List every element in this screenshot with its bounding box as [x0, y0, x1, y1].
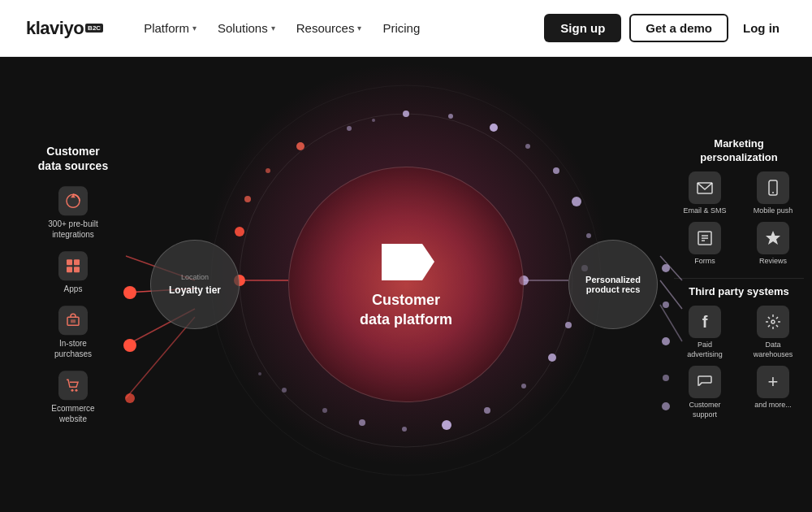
apps-label: Apps: [64, 284, 83, 295]
svg-point-15: [553, 167, 559, 174]
svg-point-64: [771, 320, 775, 323]
nav-pricing[interactable]: Pricing: [374, 16, 428, 40]
nav-links: Platform ▾ Solutions ▾ Resources ▾ Prici…: [136, 16, 544, 40]
ecommerce-label: Ecommercewebsite: [51, 404, 94, 425]
data-warehouses-icon: [757, 306, 789, 338]
svg-point-14: [525, 144, 530, 149]
chevron-down-icon: ▾: [357, 24, 361, 33]
and-more-icon: +: [757, 367, 789, 399]
customer-support-label: Customersupport: [689, 401, 720, 420]
svg-point-25: [359, 419, 365, 426]
instore-icon: [58, 306, 88, 336]
svg-point-58: [772, 192, 774, 193]
klaviyo-logo-icon: [378, 240, 434, 284]
satellite-loyalty-label: Loyalty tier: [169, 284, 221, 296]
svg-point-19: [565, 322, 572, 328]
svg-marker-63: [766, 232, 780, 245]
svg-marker-45: [382, 244, 434, 280]
svg-rect-51: [74, 267, 80, 273]
list-item: + and more...: [742, 367, 804, 420]
mobile-push-icon: [757, 171, 789, 204]
svg-rect-50: [67, 267, 72, 273]
svg-point-26: [322, 408, 327, 413]
get-demo-button[interactable]: Get a demo: [629, 14, 728, 42]
svg-rect-49: [74, 260, 80, 266]
marketing-items-grid: Email & SMS Mobile push: [674, 171, 804, 267]
paid-advertising-label: Paidadvertising: [687, 341, 723, 359]
svg-point-28: [266, 168, 270, 173]
list-item: In-storepurchases: [16, 306, 130, 360]
third-party-title: Third party systems: [674, 285, 804, 299]
svg-point-35: [663, 302, 669, 308]
forms-label: Forms: [694, 258, 715, 267]
svg-point-34: [662, 264, 670, 272]
svg-point-43: [282, 388, 287, 393]
apps-icon: [58, 252, 88, 281]
list-item: Reviews: [742, 223, 804, 267]
integrations-label: 300+ pre-builtintegrations: [48, 219, 97, 241]
hero-section: Customer data platform Location Loyalty …: [0, 57, 812, 512]
data-warehouses-label: Datawarehouses: [754, 341, 793, 359]
satellite-loyalty-tier: Location Loyalty tier: [150, 240, 240, 329]
list-item: f Paidadvertising: [674, 306, 736, 359]
list-item: Mobile push: [742, 171, 804, 216]
svg-point-44: [258, 372, 261, 375]
integrations-icon: [58, 187, 88, 216]
svg-point-23: [442, 420, 451, 430]
left-panel-title: Customer data sources: [16, 144, 130, 173]
svg-line-5: [126, 317, 195, 398]
chevron-down-icon: ▾: [271, 24, 275, 33]
logo-badge: B2C: [85, 24, 103, 33]
svg-rect-53: [71, 320, 76, 323]
list-item: Ecommercewebsite: [16, 371, 130, 425]
chevron-down-icon: ▾: [192, 24, 197, 33]
svg-point-37: [663, 375, 669, 381]
nav-solutions[interactable]: Solutions ▾: [209, 16, 283, 40]
svg-point-13: [490, 124, 498, 132]
svg-point-38: [662, 402, 670, 410]
nav-platform[interactable]: Platform ▾: [136, 16, 205, 40]
mobile-push-label: Mobile push: [754, 206, 793, 216]
svg-point-27: [296, 142, 304, 150]
svg-point-42: [372, 119, 375, 122]
email-sms-label: Email & SMS: [683, 206, 726, 216]
satellite-location-label: Location: [181, 273, 209, 281]
svg-point-24: [402, 427, 407, 432]
satellite-product-recs: Personalized product recs: [568, 240, 658, 329]
satellite-recs-label: Personalized product recs: [585, 275, 641, 294]
facebook-icon: f: [689, 306, 721, 338]
right-panel: Marketing personalization Email & SMS: [674, 137, 804, 432]
marketing-personalization-title: Marketing personalization: [674, 137, 804, 165]
list-item: Customersupport: [674, 367, 736, 420]
login-button[interactable]: Log in: [736, 16, 786, 40]
list-item: Datawarehouses: [742, 306, 804, 359]
svg-rect-48: [67, 260, 72, 266]
signup-button[interactable]: Sign up: [544, 14, 621, 42]
email-sms-icon: [689, 171, 721, 204]
nav-resources[interactable]: Resources ▾: [288, 16, 370, 40]
forms-icon: [689, 223, 721, 255]
reviews-icon: [757, 223, 789, 255]
svg-point-17: [586, 233, 591, 238]
svg-point-30: [235, 227, 244, 236]
and-more-label: and more...: [754, 401, 792, 411]
navbar: klaviyo B2C Platform ▾ Solutions ▾ Resou…: [0, 0, 812, 57]
svg-point-55: [76, 389, 78, 392]
left-items-list: 300+ pre-builtintegrations Apps: [16, 187, 130, 425]
svg-point-21: [521, 384, 526, 388]
svg-point-22: [484, 407, 490, 414]
svg-point-36: [662, 337, 670, 345]
logo[interactable]: klaviyo B2C: [26, 18, 103, 39]
customer-support-icon: [689, 367, 721, 399]
center-platform-label: Customer data platform: [360, 291, 452, 329]
list-item: Email & SMS: [674, 171, 736, 216]
ecommerce-icon: [58, 371, 88, 401]
list-item: 300+ pre-builtintegrations: [16, 187, 130, 241]
third-party-items-grid: f Paidadvertising Datawarehouses: [674, 306, 804, 420]
reviews-label: Reviews: [759, 258, 787, 267]
center-circle: Customer data platform: [288, 167, 524, 402]
svg-point-11: [403, 111, 409, 117]
svg-point-29: [244, 196, 251, 202]
svg-point-54: [71, 389, 74, 392]
svg-point-20: [548, 354, 556, 362]
